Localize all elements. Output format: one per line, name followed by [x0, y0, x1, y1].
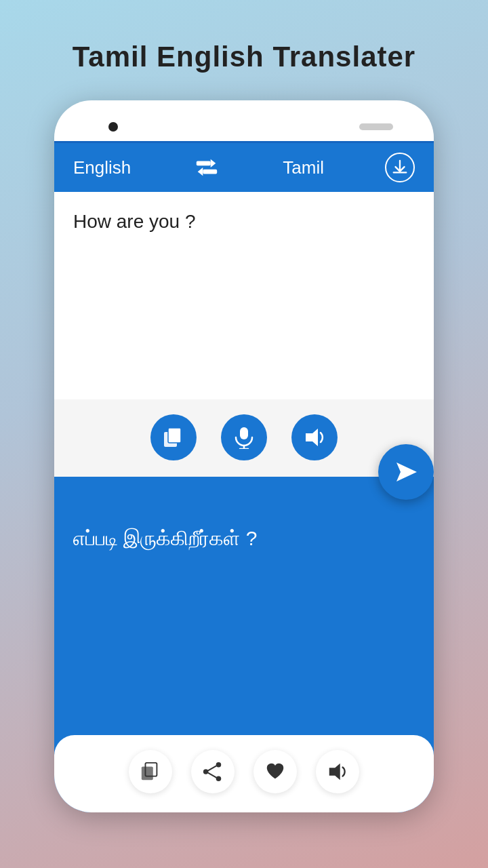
- svg-marker-1: [211, 159, 216, 167]
- svg-marker-3: [198, 167, 203, 176]
- svg-rect-2: [203, 170, 218, 174]
- source-language[interactable]: English: [73, 157, 131, 178]
- phone-screen: English Tamil: [54, 141, 434, 812]
- swap-languages-icon[interactable]: [192, 153, 222, 182]
- phone-top-bar: [54, 100, 434, 141]
- svg-line-17: [208, 773, 216, 778]
- input-area: [54, 192, 434, 477]
- output-text: எப்படி இருக்கிறீர்கள் ?: [54, 504, 434, 735]
- send-button[interactable]: [378, 444, 434, 500]
- share-button[interactable]: [191, 750, 235, 793]
- svg-marker-10: [396, 462, 417, 481]
- output-area: எப்படி இருக்கிறீர்கள் ?: [54, 477, 434, 812]
- copy-output-button[interactable]: [129, 750, 172, 793]
- svg-marker-9: [306, 429, 318, 446]
- phone-device: English Tamil: [54, 100, 434, 812]
- input-speaker-button[interactable]: [291, 414, 338, 460]
- svg-point-14: [216, 776, 222, 782]
- download-icon[interactable]: [385, 153, 415, 182]
- camera-dot: [108, 122, 118, 132]
- svg-rect-0: [197, 161, 211, 166]
- copy-button[interactable]: [150, 414, 197, 460]
- svg-rect-5: [168, 428, 181, 443]
- svg-rect-11: [142, 766, 153, 780]
- svg-line-16: [208, 766, 216, 771]
- input-controls: [54, 399, 434, 477]
- microphone-button[interactable]: [221, 414, 267, 460]
- svg-rect-6: [240, 427, 248, 439]
- input-text-field[interactable]: [54, 192, 434, 399]
- target-language[interactable]: Tamil: [283, 157, 324, 178]
- header-bar: English Tamil: [54, 143, 434, 192]
- speaker-grill: [359, 123, 393, 130]
- svg-marker-18: [329, 764, 340, 780]
- svg-point-15: [203, 769, 209, 774]
- output-controls: [54, 735, 434, 812]
- output-speaker-button[interactable]: [316, 750, 359, 793]
- favorite-button[interactable]: [253, 750, 297, 793]
- app-title: Tamil English Translater: [73, 41, 415, 73]
- svg-point-13: [216, 762, 222, 768]
